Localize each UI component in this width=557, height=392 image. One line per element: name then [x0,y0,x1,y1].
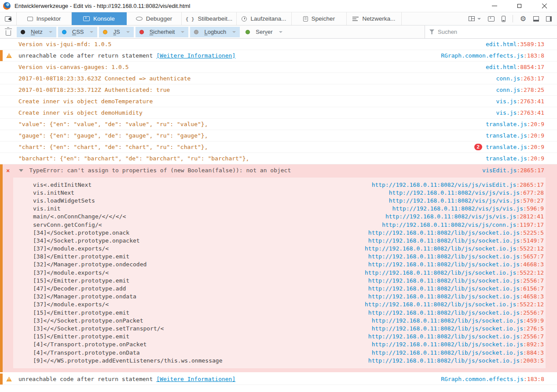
stack-frame: [4]</Transport.prototype.onPackethttp://… [33,341,544,348]
source-link[interactable]: http://192.168.0.11:8082/lib/js/socket.i… [368,333,544,340]
source-link[interactable]: translate.js:20:9 [486,132,544,139]
split-console-icon[interactable] [488,16,495,22]
source-link[interactable]: http://192.168.0.11:8082/lib/js/socket.i… [372,349,544,356]
chevron-down-icon[interactable] [90,31,93,33]
chevron-down-icon[interactable] [49,31,52,33]
learn-more-link[interactable]: [Weitere Informationen] [156,52,235,59]
stack-frame: [32]</Manager.prototype.ondecodedhttp://… [33,261,544,269]
source-filename: translate.js [486,132,527,139]
source-filename: RGraph.common.effects.js [441,52,524,59]
tab-speicher[interactable]: Speicher [292,12,347,25]
tab-laufzeitanalyse[interactable]: Laufzeitana... [237,12,292,25]
chevron-down-icon[interactable] [232,31,236,33]
source-link[interactable]: http://192.168.0.11:8082/lib/js/socket.i… [372,317,544,324]
source-link[interactable]: vis.js:2763:41 [496,109,544,116]
source-link[interactable]: http://192.168.0.11:8082/vis/js/vis.js:2… [385,213,544,220]
source-link[interactable]: visEdit.js:2865:17 [482,167,544,174]
tab-konsole[interactable]: Konsole [72,12,127,25]
filter-server[interactable]: Server [242,27,286,37]
source-link[interactable]: http://192.168.0.11:8082/lib/js/socket.i… [368,357,544,364]
source-link[interactable]: RGraph.common.effects.js:183:8 [441,376,544,382]
filter-logbuch[interactable]: Logbuch [190,27,240,37]
message-text: 2017-01-08T18:23:33.712Z Authenticated: … [18,87,170,93]
search-input[interactable] [438,29,553,35]
source-link[interactable]: http://192.168.0.11:8082/vis/js/vis.js:6… [389,189,544,196]
chevron-down-icon[interactable] [181,31,184,33]
source-link[interactable]: RGraph.common.effects.js:183:8 [441,52,544,59]
error-message-group: TypeError: can't assign to properties of… [0,164,557,372]
source-link[interactable]: translate.js:20:9 [486,121,544,127]
sicherheit-dot-icon [139,30,144,34]
message-icon-zone: ! [0,377,18,381]
source-link[interactable]: http://192.168.0.11:8082/vis/js/conn.js:… [382,221,544,228]
restore-button[interactable] [507,0,532,12]
source-link[interactable]: http://192.168.0.11:8082/lib/js/socket.i… [365,301,544,308]
source-link[interactable]: http://192.168.0.11:8082/lib/js/socket.i… [368,261,544,268]
stack-collapse-twisty-icon[interactable] [19,169,23,172]
tab-debugger[interactable]: Debugger [127,12,182,25]
dock-bottom-icon[interactable] [533,16,539,22]
filter-funnel-icon [429,29,434,34]
filter-sicherheit[interactable]: Sicherheit [136,27,189,37]
filter-js[interactable]: JS [99,27,133,37]
stack-frame: [3]</</Socket.prototype.onPackethttp://1… [33,316,544,324]
source-line-number: :5657:7 [520,253,544,260]
console-filterbar: Netz CSS JS Sicherheit Logbuch Server [0,25,557,39]
source-link[interactable]: http://192.168.0.11:8082/vis/js/vis.js:5… [392,205,544,212]
tab-stilbearbeitung[interactable]: Stilbearbeit... [182,12,237,25]
source-link[interactable]: http://192.168.0.11:8082/lib/js/socket.i… [368,229,544,236]
console-icon [83,16,90,21]
node-picker-button[interactable] [0,12,17,25]
source-link[interactable]: translate.js:20:9 [486,155,544,162]
tab-label: Laufzeitana... [250,15,286,22]
filter-netz[interactable]: Netz [17,27,56,37]
close-button[interactable] [532,0,557,12]
chevron-down-icon[interactable] [279,31,282,33]
source-link[interactable]: vis.js:2763:41 [496,98,544,105]
minimize-button[interactable] [482,0,507,12]
source-link[interactable]: http://192.168.0.11:8082/lib/js/socket.i… [368,277,544,284]
source-link[interactable]: http://192.168.0.11:8082/lib/js/socket.i… [372,341,544,348]
source-line-number: :459:9 [523,317,544,324]
source-link[interactable]: http://192.168.0.11:8082/lib/js/socket.i… [365,245,544,252]
source-link[interactable]: http://192.168.0.11:8082/lib/js/socket.i… [368,285,544,292]
chevron-down-icon[interactable] [126,31,130,33]
error-icon [6,167,10,174]
source-link[interactable]: http://192.168.0.11:8082/lib/js/socket.i… [368,309,544,316]
source-line-number: :2812:41 [516,213,544,220]
source-link[interactable]: edit.html:3589:13 [486,41,544,47]
source-link[interactable]: edit.html:8854:17 [486,64,544,70]
source-link[interactable]: http://192.168.0.11:8082/vis/js/vis.js:5… [389,197,544,204]
source-line-number: :263:17 [520,75,544,82]
responsive-design-icon[interactable] [502,16,506,22]
stack-frame-function: [15]</Emitter.prototype.emit [33,277,129,284]
filter-css[interactable]: CSS [58,27,98,37]
source-line-number: :5149:7 [520,237,544,244]
stack-trace: vis<.editInitNexthttp://192.168.0.11:808… [13,178,546,368]
message-source-zone: edit.html:3589:13 [486,41,544,47]
clear-console-button[interactable] [0,29,17,36]
source-link[interactable]: http://192.168.0.11:8082/lib/js/socket.i… [368,237,544,244]
console-tail-message: !unreachable code after return statement… [0,374,557,385]
source-link[interactable]: http://192.168.0.11:8082/vis/js/visEdit.… [372,181,544,188]
console-message-row: Version vis-canvas-gauges: 1.0.5edit.htm… [0,62,557,73]
source-link[interactable]: http://192.168.0.11:8082/lib/js/socket.i… [365,269,544,276]
tab-inspektor[interactable]: Inspektor [17,12,72,25]
frame-selector-icon[interactable] [469,16,475,21]
message-source-zone: translate.js:20:9 [486,121,544,127]
source-link[interactable]: http://192.168.0.11:8082/lib/js/socket.i… [372,325,544,332]
source-link[interactable]: http://192.168.0.11:8082/lib/js/socket.i… [368,253,544,260]
dock-side-icon[interactable] [546,16,552,22]
stack-frame-function: [9]</</WS.prototype.addEventListeners/th… [33,357,222,364]
message-icon-zone: ! [0,53,18,58]
source-link[interactable]: http://192.168.0.11:8082/lib/js/socket.i… [368,293,544,300]
settings-gear-icon[interactable]: ⚙ [520,15,526,22]
source-link[interactable]: conn.js:263:17 [496,75,544,82]
stack-frame: [37]</module.exports/<http://192.168.0.1… [33,301,544,309]
warning-icon: ! [6,377,12,381]
learn-more-link[interactable]: [Weitere Informationen] [156,376,235,382]
tab-netzwerkanalyse[interactable]: Netzwerka... [347,12,402,25]
console-message-row: 2017-01-08T18:23:33.623Z Connected => au… [0,73,557,84]
source-link[interactable]: translate.js:20:9 [486,144,544,150]
source-link[interactable]: conn.js:278:25 [496,87,544,93]
